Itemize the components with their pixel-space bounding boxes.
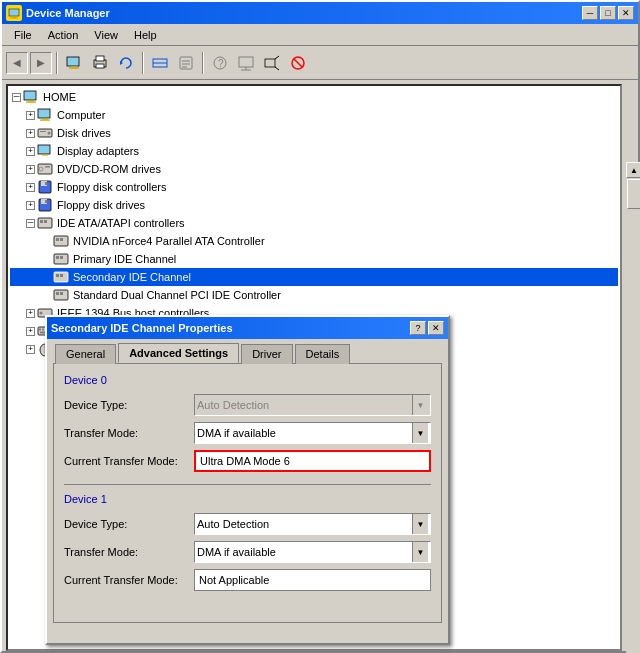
expand-icon-computer[interactable]: + <box>26 111 35 120</box>
title-bar: Device Manager ─ □ ✕ <box>2 2 638 24</box>
svg-line-22 <box>275 56 279 59</box>
scroll-thumb[interactable] <box>627 179 640 209</box>
menu-action[interactable]: Action <box>40 27 87 43</box>
svg-rect-34 <box>40 131 46 132</box>
tab-general[interactable]: General <box>55 344 116 364</box>
tree-item-secondary-label: Secondary IDE Channel <box>73 271 191 283</box>
tree-item-primary-ide[interactable]: Primary IDE Channel <box>10 250 618 268</box>
tree-item-nvidia[interactable]: NVIDIA nForce4 Parallel ATA Controller <box>10 232 618 250</box>
menu-file[interactable]: File <box>6 27 40 43</box>
tree-item-nvidia-label: NVIDIA nForce4 Parallel ATA Controller <box>73 235 265 247</box>
tree-item-secondary-ide[interactable]: Secondary IDE Channel <box>10 268 618 286</box>
svg-rect-27 <box>28 100 34 102</box>
primary-ide-icon <box>53 251 69 267</box>
secondary-ide-icon <box>53 269 69 285</box>
expand-icon-ieee[interactable]: + <box>26 309 35 318</box>
toolbar-sep-2 <box>142 52 144 74</box>
device1-transfer-select[interactable]: DMA if available ▼ <box>194 541 431 563</box>
expand-icon-floppy-ctrl[interactable]: + <box>26 183 35 192</box>
device1-transfer-value: DMA if available <box>197 546 276 558</box>
toolbar-btn-properties[interactable] <box>174 51 198 75</box>
svg-text:?: ? <box>218 58 224 69</box>
dvd-icon <box>37 161 53 177</box>
svg-rect-8 <box>96 64 104 68</box>
tree-item-disk-drives[interactable]: + Disk drives <box>10 124 618 142</box>
tree-item-floppy-ctrl-label: Floppy disk controllers <box>57 181 166 193</box>
toolbar-btn-computer[interactable] <box>62 51 86 75</box>
svg-rect-47 <box>40 220 43 223</box>
device0-transfer-select[interactable]: DMA if available ▼ <box>194 422 431 444</box>
expand-icon-disk[interactable]: + <box>26 129 35 138</box>
standard-ide-icon <box>53 287 69 303</box>
svg-rect-0 <box>9 9 19 16</box>
expand-icon-mice[interactable]: + <box>26 345 35 354</box>
toolbar-btn-disable[interactable] <box>286 51 310 75</box>
device0-type-select[interactable]: Auto Detection ▼ <box>194 394 431 416</box>
floppy-ctrl-icon <box>37 179 53 195</box>
tree-item-display[interactable]: + Display adapters <box>10 142 618 160</box>
tab-driver[interactable]: Driver <box>241 344 292 364</box>
tree-item-floppy-ctrl[interactable]: + Floppy disk controllers <box>10 178 618 196</box>
device0-current-row: Current Transfer Mode: Ultra DMA Mode 6 <box>64 450 431 472</box>
tree-item-ide[interactable]: ─ IDE ATA/ATAPI controllers <box>10 214 618 232</box>
expand-icon-dvd[interactable]: + <box>26 165 35 174</box>
expand-icon-display[interactable]: + <box>26 147 35 156</box>
device1-transfer-label: Transfer Mode: <box>64 546 194 558</box>
device0-transfer-label: Transfer Mode: <box>64 427 194 439</box>
dialog-title-buttons: ? ✕ <box>410 321 444 335</box>
expand-icon-root[interactable]: ─ <box>12 93 21 102</box>
tab-bar: General Advanced Settings Driver Details <box>47 343 448 363</box>
toolbar-sep-1 <box>56 52 58 74</box>
scroll-up-button[interactable]: ▲ <box>626 162 640 178</box>
toolbar-btn-refresh[interactable] <box>114 51 138 75</box>
device0-section: Device 0 Device Type: Auto Detection ▼ T… <box>64 374 431 472</box>
tree-item-computer[interactable]: + Computer <box>10 106 618 124</box>
title-buttons: ─ □ ✕ <box>582 6 634 20</box>
device0-type-control: Auto Detection ▼ <box>194 394 431 416</box>
device0-current-label: Current Transfer Mode: <box>64 455 194 467</box>
tree-item-dvd[interactable]: + DVD/CD-ROM drives <box>10 160 618 178</box>
svg-rect-21 <box>265 59 275 67</box>
toolbar-btn-help[interactable]: ? <box>208 51 232 75</box>
expand-icon-keyboards[interactable]: + <box>26 327 35 336</box>
dialog-help-button[interactable]: ? <box>410 321 426 335</box>
back-button[interactable]: ◀ <box>6 52 28 74</box>
device1-type-value: Auto Detection <box>197 518 269 530</box>
device0-type-value: Auto Detection <box>197 399 269 411</box>
toolbar-btn-uninstall[interactable] <box>260 51 284 75</box>
home-icon <box>23 89 39 105</box>
tree-root[interactable]: ─ HOME <box>10 88 618 106</box>
scroll-track[interactable] <box>626 178 640 653</box>
tree-item-floppy-drv[interactable]: + Floppy disk drives <box>10 196 618 214</box>
menu-view[interactable]: View <box>86 27 126 43</box>
toolbar-btn-scan[interactable] <box>148 51 172 75</box>
device1-transfer-arrow: ▼ <box>412 542 428 562</box>
tab-advanced-settings-content: Device 0 Device Type: Auto Detection ▼ T… <box>53 363 442 623</box>
toolbar-btn-print[interactable] <box>88 51 112 75</box>
svg-rect-29 <box>38 109 50 118</box>
device0-title: Device 0 <box>64 374 431 386</box>
main-scrollbar: ▲ ▼ <box>626 162 640 653</box>
close-button[interactable]: ✕ <box>618 6 634 20</box>
svg-rect-35 <box>38 145 50 154</box>
device1-type-select[interactable]: Auto Detection ▼ <box>194 513 431 535</box>
svg-rect-42 <box>45 182 47 185</box>
expand-icon-floppy-drv[interactable]: + <box>26 201 35 210</box>
maximize-button[interactable]: □ <box>600 6 616 20</box>
tab-advanced-settings[interactable]: Advanced Settings <box>118 343 239 363</box>
device0-transfer-arrow: ▼ <box>412 423 428 443</box>
dialog-close-button[interactable]: ✕ <box>428 321 444 335</box>
toolbar-btn-network[interactable] <box>234 51 258 75</box>
title-bar-left: Device Manager <box>6 5 110 21</box>
tab-details[interactable]: Details <box>295 344 351 364</box>
tree-item-display-label: Display adapters <box>57 145 139 157</box>
forward-button[interactable]: ▶ <box>30 52 52 74</box>
tree-item-standard[interactable]: Standard Dual Channel PCI IDE Controller <box>10 286 618 304</box>
menu-help[interactable]: Help <box>126 27 165 43</box>
minimize-button[interactable]: ─ <box>582 6 598 20</box>
device0-type-label: Device Type: <box>64 399 194 411</box>
svg-rect-18 <box>239 57 253 67</box>
device0-transfer-row: Transfer Mode: DMA if available ▼ <box>64 422 431 444</box>
expand-icon-ide[interactable]: ─ <box>26 219 35 228</box>
window-title: Device Manager <box>26 7 110 19</box>
